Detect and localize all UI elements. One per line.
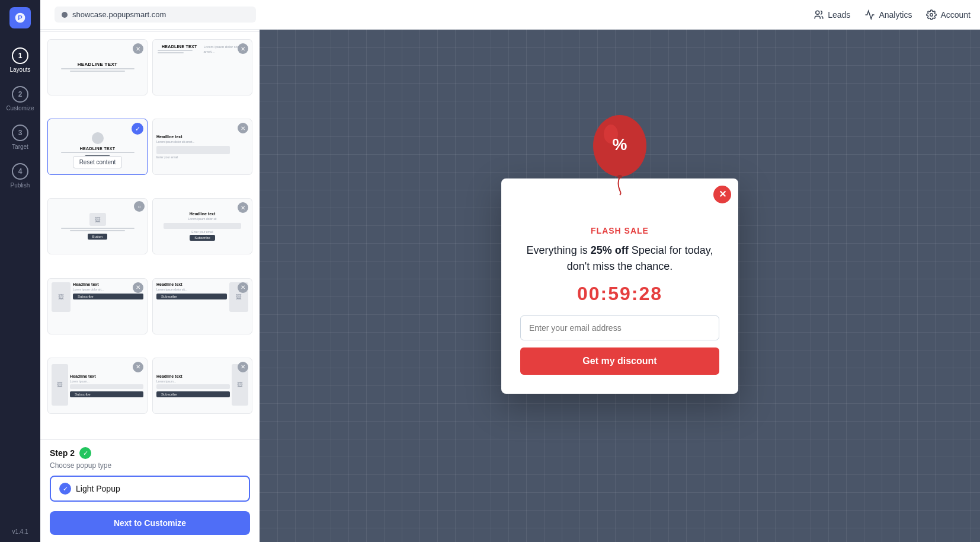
analytics-nav-item[interactable]: Analytics [864,9,912,20]
url-text: showcase.popupsmart.com [72,10,166,19]
template-card-5[interactable]: 🖼 Button ○ [47,198,148,254]
reset-content-button[interactable]: Reset content [73,156,123,168]
nav-step-publish[interactable]: 4 Publish [0,158,40,193]
app-logo[interactable]: P [9,7,31,28]
popup-balloon: % [587,113,652,196]
templates-grid: HEADLINE TEXT ✕ HEADLINE TEXT Lorem ipsu… [40,32,260,439]
step-label-target: Target [12,144,28,150]
analytics-label: Analytics [879,10,912,20]
sidebar-nav: P 1 Layouts 2 Customize 3 Target 4 Publi… [0,0,40,542]
next-to-customize-button[interactable]: Next to Customize [50,511,250,535]
nav-step-layouts[interactable]: 1 Layouts [0,43,40,78]
svg-point-2 [816,11,819,14]
svg-text:P: P [18,14,23,21]
template-card-6[interactable]: Headline text Lorem ipsum dolor sit Ente… [152,198,252,254]
step-label-layouts: Layouts [9,66,30,73]
leads-nav-item[interactable]: Leads [814,9,850,20]
template-card-3[interactable]: Headline text Subscribe ✓ Reset content [47,119,148,175]
url-bar: showcase.popupsmart.com [55,7,256,23]
template-card-2[interactable]: HEADLINE TEXT Lorem ipsum dolor sit amet… [152,39,252,95]
step-label-publish: Publish [11,182,30,189]
template-close-9[interactable]: ✕ [133,362,143,372]
popup-body: FLASH SALE Everything is 25% off Special… [501,214,738,394]
popup-headline: Everything is 25% off Special for today,… [520,243,719,275]
close-icon: ✕ [719,189,726,200]
canvas-area: % ✕ FLASH SALE Everything is 25% off Spe… [260,30,980,542]
template-close-10[interactable]: ✕ [238,362,248,372]
nav-step-customize[interactable]: 2 Customize [0,81,40,116]
popup-timer: 00:59:28 [520,283,719,305]
svg-text:%: % [613,135,627,154]
headline-bold: 25% off [591,244,629,256]
nav-step-target[interactable]: 3 Target [0,120,40,155]
popup-modal: % ✕ FLASH SALE Everything is 25% off Spe… [501,178,738,394]
template-card-9[interactable]: 🖼 Headline text Lorem ipsum... Subscribe… [47,358,148,414]
template-card-10[interactable]: Headline text Lorem ipsum... Subscribe 🖼… [152,358,252,414]
gear-icon [926,9,937,20]
email-input[interactable] [520,315,719,340]
step2-check-icon: ✓ [79,447,91,459]
top-header: showcase.popupsmart.com Leads Analytics … [40,0,980,30]
headline-start: Everything is [527,244,591,256]
template-card-1[interactable]: HEADLINE TEXT ✕ [47,39,148,95]
svg-point-7 [617,175,622,178]
analytics-icon [864,9,875,20]
bottom-section: Step 2 ✓ Choose popup type ✓ Light Popup… [40,439,260,542]
template-close-1[interactable]: ✕ [133,43,143,54]
template-card-4[interactable]: Headline text Lorem ipsum dolor sit amet… [152,119,252,175]
account-label: Account [940,10,971,20]
step2-title: Step 2 [50,448,75,458]
popup-type-label: Light Popup [76,484,120,493]
step-circle-4: 4 [12,163,28,180]
step-circle-2: 2 [12,86,28,103]
step-circle-3: 3 [12,125,28,141]
version-label: v1.4.1 [12,528,28,542]
popup-close-button[interactable]: ✕ [713,186,731,203]
template-card-8[interactable]: Headline text Lorem ipsum dolor sit... S… [152,278,252,334]
template-close-2[interactable]: ✕ [238,43,248,54]
account-nav-item[interactable]: Account [926,9,971,20]
step2-subtitle: Choose popup type [50,461,250,470]
svg-point-3 [930,13,933,16]
leads-label: Leads [828,10,850,20]
template-card-7[interactable]: 🖼 Headline text Lorem ipsum dolor sit...… [47,278,148,334]
flash-sale-label: FLASH SALE [520,226,719,235]
cta-button[interactable]: Get my discount [520,347,719,375]
url-favicon [62,12,68,18]
users-icon [814,9,824,20]
step-circle-1: 1 [12,47,28,64]
template-close-8[interactable]: ✕ [238,282,248,293]
templates-panel: HEADLINE TEXT ✕ HEADLINE TEXT Lorem ipsu… [40,0,260,542]
template-close-7[interactable]: ✕ [133,282,143,293]
step-label-customize: Customize [6,105,34,111]
popup-type-option-light[interactable]: ✓ Light Popup [50,476,250,502]
popup-type-check-icon: ✓ [59,483,71,495]
header-nav-items: Leads Analytics Account [814,9,971,20]
